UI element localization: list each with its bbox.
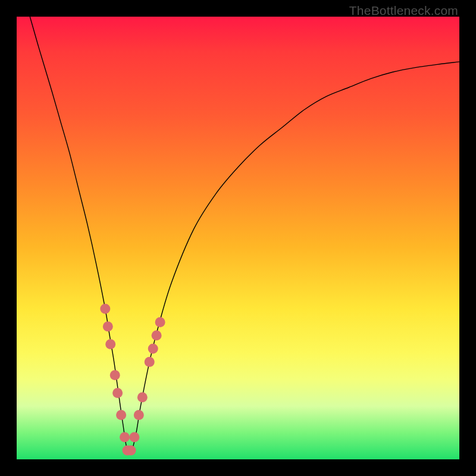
- curve-marker: [110, 370, 120, 380]
- curve-marker: [155, 317, 165, 327]
- marker-group: [100, 304, 165, 456]
- curve-marker: [103, 321, 113, 331]
- curve-marker: [116, 410, 126, 420]
- curve-marker: [145, 357, 155, 367]
- curve-marker: [137, 392, 148, 402]
- bottleneck-curve: [30, 17, 459, 453]
- curve-marker: [100, 304, 110, 314]
- curve-layer: [17, 17, 459, 459]
- curve-marker: [129, 432, 139, 442]
- curve-marker: [134, 410, 144, 420]
- curve-marker: [112, 388, 123, 398]
- watermark-text: TheBottleneck.com: [349, 4, 458, 18]
- curve-marker: [152, 330, 162, 340]
- curve-marker: [120, 432, 130, 442]
- chart-frame: TheBottleneck.com: [0, 0, 476, 476]
- curve-marker: [105, 339, 115, 349]
- plot-area: [17, 17, 459, 459]
- curve-marker: [148, 344, 158, 354]
- curve-marker: [126, 446, 136, 456]
